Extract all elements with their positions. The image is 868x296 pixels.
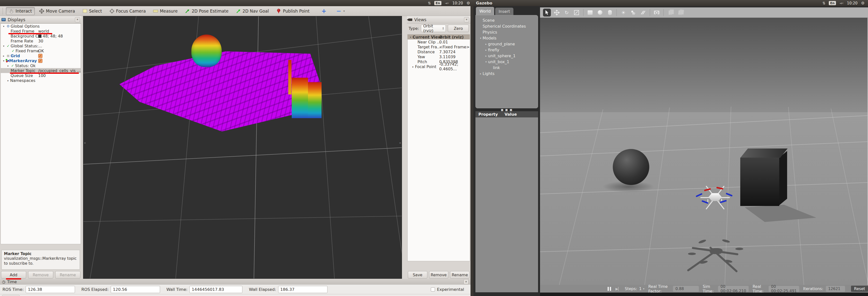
unit-sphere-model[interactable] — [613, 149, 649, 185]
publish-point-tool-button[interactable]: Publish Point — [273, 7, 312, 15]
rename-view-button[interactable]: Rename — [450, 271, 469, 278]
tree-row-focal-point[interactable]: ▸ Focal Point -0.33742; 0.4605... — [408, 64, 470, 69]
real-time-factor-field[interactable]: 0.88 — [673, 286, 699, 292]
tree-item-models[interactable]: ▾Models — [476, 35, 538, 41]
row-checkbox[interactable]: ✓ — [38, 53, 42, 58]
remove-view-button[interactable]: Remove — [429, 271, 448, 278]
step-button[interactable]: ▶▏ — [616, 287, 621, 291]
zero-button[interactable]: Zero — [448, 25, 469, 32]
move-camera-tool-button[interactable]: Move Camera — [36, 7, 78, 15]
tree-row-queue-size[interactable]: Queue Size 100 — [1, 73, 81, 78]
tree-row-fixed-frame[interactable]: Fixed Frame world — [1, 29, 81, 34]
rviz-3d-viewport[interactable]: ◂ ▸ — [83, 16, 402, 279]
view-type-dropdown[interactable]: Orbit (rviz) ▴▾ — [421, 25, 446, 32]
time-panel-header[interactable]: ◷ Time ✕ — [0, 279, 470, 285]
tree-row-target-frame[interactable]: Target Fra... <Fixed Frame> — [408, 45, 470, 49]
tab-insert[interactable]: Insert — [495, 8, 514, 15]
row-value[interactable]: world — [38, 29, 49, 34]
clock[interactable]: 10:20 — [847, 1, 858, 5]
expander-icon[interactable]: ▸ — [478, 72, 483, 75]
checked-checkbox[interactable]: ✓ — [38, 54, 42, 58]
spinner-arrows-icon[interactable]: ▴▾ — [443, 27, 444, 30]
insert-box-button[interactable] — [586, 9, 594, 17]
unit-box-model[interactable] — [740, 158, 779, 206]
row-value[interactable]: <Fixed Frame> — [439, 45, 469, 49]
window-edge[interactable] — [470, 6, 473, 296]
experimental-checkbox[interactable] — [431, 287, 435, 292]
close-icon[interactable]: ✕ — [464, 17, 469, 22]
tree-row-frame-rate[interactable]: Frame Rate 30 — [1, 38, 81, 43]
rename-display-button[interactable]: Rename — [55, 271, 81, 278]
keyboard-layout-indicator[interactable]: En — [829, 1, 836, 5]
row-value[interactable]: 100 — [38, 73, 46, 78]
expander-icon[interactable]: ▾ — [2, 25, 6, 28]
pause-button[interactable] — [607, 285, 612, 293]
chevron-down-icon[interactable]: ▾ — [643, 287, 644, 290]
remove-tool-button[interactable]: − ▾ — [333, 7, 348, 15]
expander-icon[interactable]: ▸ — [484, 55, 488, 57]
tree-item-unit-box-1[interactable]: ▾unit_box_1 — [476, 59, 538, 65]
tree-row-distance[interactable]: Distance 7.30724 — [408, 49, 470, 54]
row-value[interactable]: 48; 48; 48 — [38, 34, 63, 38]
expander-icon[interactable]: ▸ — [6, 64, 10, 67]
interact-tool-button[interactable]: Interact — [6, 7, 35, 15]
spot-light-button[interactable] — [629, 9, 637, 17]
expander-icon[interactable]: ▸ — [484, 49, 488, 51]
expander-icon[interactable]: ▾ — [484, 60, 488, 63]
splitter-arrow-right[interactable]: ▸ — [400, 141, 401, 145]
paste-button[interactable] — [676, 9, 684, 17]
ros-time-input[interactable]: 126.38 — [26, 286, 75, 293]
tree-item-ground-plane[interactable]: ▸ground_plane — [476, 41, 538, 47]
tree-item-unit-sphere-1[interactable]: ▸unit_sphere_1 — [476, 53, 538, 59]
tree-item-physics[interactable]: Physics — [476, 29, 538, 35]
wall-time-input[interactable]: 1446456017.83 — [189, 286, 242, 293]
network-icon[interactable]: ⇅ — [428, 1, 431, 5]
translate-mode-button[interactable] — [553, 9, 561, 17]
tree-item-firefly[interactable]: ▸firefly — [476, 47, 538, 53]
nav-goal-tool-button[interactable]: 2D Nav Goal — [233, 7, 272, 15]
tree-item-lights[interactable]: ▸Lights — [476, 70, 538, 77]
expander-icon[interactable]: ▾ — [2, 45, 6, 47]
expander-icon[interactable]: ▸ — [484, 43, 488, 46]
tree-row-marker-array[interactable]: ▾ MarkerArray ✓ — [1, 58, 81, 63]
splitter-arrow-left[interactable]: ◂ — [84, 141, 86, 145]
network-icon[interactable]: ⇅ — [823, 1, 826, 5]
select-mode-button[interactable] — [543, 9, 551, 17]
add-tool-button[interactable]: + — [318, 7, 329, 15]
rotate-mode-button[interactable]: ↻ — [563, 9, 570, 17]
tree-row-global-options[interactable]: ▾ ⚙ Global Options — [1, 24, 81, 29]
row-checkbox[interactable]: ✓ — [38, 58, 42, 63]
clock[interactable]: 10:20 — [452, 1, 463, 5]
row-value[interactable]: 30 — [38, 38, 43, 43]
steps-value[interactable]: 1 — [639, 286, 642, 291]
wall-elapsed-input[interactable]: 186.37 — [278, 286, 328, 293]
tree-item-scene[interactable]: Scene — [476, 17, 538, 23]
displays-panel-header[interactable]: Displays ✕ — [0, 16, 82, 24]
tree-row-current-view[interactable]: ▾ Current View Orbit (rviz) — [408, 34, 470, 39]
reset-simulation-button[interactable]: Reset — [851, 286, 868, 292]
checked-checkbox[interactable]: ✓ — [38, 59, 42, 63]
tree-row-near-clip[interactable]: Near Clip ... 0.01 — [408, 39, 470, 45]
row-value[interactable]: /occupied_cells_vis ... — [38, 68, 81, 73]
toolbar-grip[interactable] — [2, 8, 3, 14]
row-value[interactable]: 0.01 — [439, 39, 448, 45]
tree-row-yaw[interactable]: Yaw 3.11039 — [408, 54, 470, 59]
expander-icon[interactable]: ▾ — [409, 36, 412, 38]
row-value[interactable]: 3.11039 — [439, 54, 456, 59]
close-icon[interactable]: ✕ — [464, 279, 468, 284]
expander-icon[interactable]: ▸ — [2, 55, 6, 57]
row-value[interactable]: 7.30724 — [439, 49, 456, 54]
copy-button[interactable] — [666, 9, 674, 17]
session-gear-icon[interactable]: ⚙ — [467, 1, 470, 5]
iterations-field[interactable]: 12621 — [826, 286, 845, 292]
point-light-button[interactable]: ☀ — [619, 9, 627, 17]
session-gear-icon[interactable]: ⚙ — [861, 1, 865, 5]
save-view-button[interactable]: Save — [408, 271, 427, 278]
real-time-field[interactable]: 00 00:02:25.491 — [769, 286, 799, 292]
reset-time-button[interactable]: Reset — [2, 295, 20, 296]
tab-world[interactable]: World — [476, 7, 494, 15]
tree-row-background-color[interactable]: Background C... 48; 48; 48 — [1, 34, 81, 38]
directional-light-button[interactable] — [639, 9, 647, 17]
muted-speaker-icon[interactable]: ◄× — [839, 1, 844, 5]
focus-camera-tool-button[interactable]: Focus Camera — [106, 7, 149, 15]
